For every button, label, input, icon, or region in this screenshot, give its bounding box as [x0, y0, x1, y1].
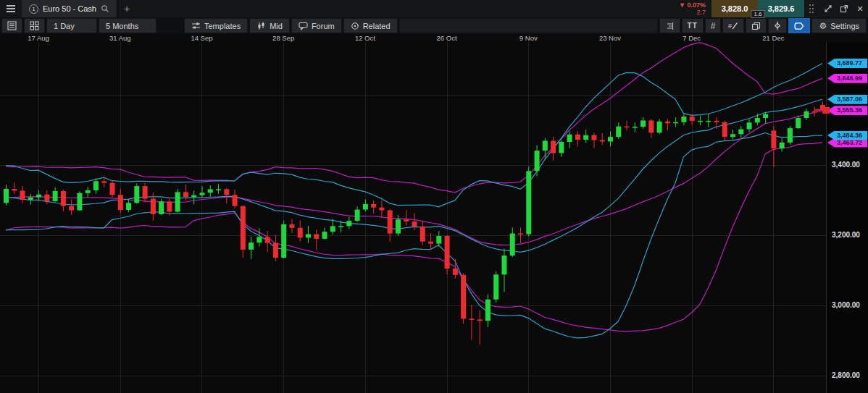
add-tab-button[interactable]: + — [117, 0, 136, 17]
drag-handle-icon[interactable] — [804, 0, 820, 17]
tab-title: Euro 50 - Cash — [43, 4, 96, 13]
grid-hash-icon: # — [711, 22, 716, 30]
range-button[interactable]: 5 Months — [99, 18, 157, 33]
x-axis-label: 12 Oct — [355, 34, 375, 42]
settings-button[interactable]: ⚙ Settings — [811, 18, 867, 33]
order-ticket-button[interactable] — [659, 18, 680, 33]
search-icon[interactable] — [101, 4, 109, 13]
indicator-price-tag-magenta: 3,646.99 — [827, 74, 867, 83]
related-button[interactable]: Related — [343, 18, 398, 33]
chart-area[interactable] — [0, 42, 826, 393]
candlestick-icon — [256, 22, 266, 30]
x-axis-label: 9 Nov — [519, 34, 538, 42]
related-refresh-icon — [351, 22, 359, 30]
layout-button[interactable] — [24, 18, 45, 33]
x-axis-label: 14 Sep — [191, 34, 212, 42]
top-bar: 1 Euro 50 - Cash + ▼ 0.07% 2.7 3,828.0 3… — [0, 0, 868, 17]
tab-number-badge: 1 — [29, 4, 38, 14]
text-annotation-button[interactable]: TT — [682, 18, 704, 33]
change-percent: ▼ 0.07% — [679, 1, 706, 9]
align-ruler-icon — [665, 22, 675, 30]
pattern-tool-button[interactable]: # — [722, 18, 744, 33]
indicator-price-tag-cyan: 3,587.06 — [827, 95, 867, 104]
list-icon — [7, 21, 17, 30]
x-axis[interactable]: 17 Aug31 Aug14 Sep28 Sep12 Oct26 Oct9 No… — [0, 34, 868, 42]
text-tool-icon: TT — [688, 22, 698, 30]
cursor-select-icon — [794, 22, 804, 30]
indicator-price-tag-cyan: 3,484.36 — [827, 131, 867, 140]
x-axis-label: 23 Nov — [599, 34, 621, 42]
spread-badge: 1.6 — [751, 10, 764, 18]
y-axis-label: 3,000.00 — [832, 301, 860, 309]
grid-layout-icon — [30, 21, 39, 30]
crosshair-button[interactable] — [768, 18, 787, 33]
y-axis-label: 2,800.00 — [832, 371, 860, 379]
trading-app-window: 1 Euro 50 - Cash + ▼ 0.07% 2.7 3,828.0 3… — [0, 0, 868, 393]
y-axis-label: 3,400.00 — [832, 161, 860, 169]
restore-window-icon[interactable] — [820, 0, 836, 17]
x-axis-label: 26 Oct — [437, 34, 457, 42]
sliders-icon — [191, 22, 201, 30]
speech-bubble-icon — [299, 22, 308, 30]
price-type-button[interactable]: Mid — [249, 18, 290, 33]
indicator-price-tag-cyan: 3,689.77 — [827, 59, 867, 68]
x-axis-label: 28 Sep — [272, 34, 294, 42]
hash-pen-icon: # — [728, 22, 738, 30]
change-points: 2.7 — [679, 9, 706, 16]
x-axis-label: 31 Aug — [109, 34, 131, 42]
toolbar-spacer — [399, 18, 658, 33]
x-axis-label: 17 Aug — [28, 34, 49, 42]
duplicate-chart-button[interactable] — [746, 18, 767, 33]
pin-crosshair-icon — [774, 21, 781, 30]
down-triangle-icon: ▼ — [679, 1, 687, 9]
indicator-price-tag-magenta: 3,555.36 — [827, 106, 867, 115]
pointer-mode-button[interactable] — [788, 18, 810, 33]
price-change-block: ▼ 0.07% 2.7 — [679, 1, 706, 16]
close-window-icon[interactable]: ✕ — [852, 0, 868, 17]
timeframe-button[interactable]: 1 Day — [46, 18, 97, 33]
layers-icon — [751, 22, 761, 30]
popout-window-icon[interactable] — [836, 0, 852, 17]
x-axis-label: 21 Dec — [762, 34, 784, 42]
gridlines-button[interactable]: # — [705, 18, 722, 33]
main-menu-icon[interactable] — [0, 0, 22, 17]
y-axis[interactable]: 3,400.003,200.003,000.002,800.003,689.77… — [826, 42, 868, 393]
svg-text:#: # — [728, 22, 732, 30]
forum-button[interactable]: Forum — [291, 18, 342, 33]
quote-panel: 3,828.0 3,829.6 1.6 — [711, 0, 804, 17]
price-chart-canvas[interactable] — [0, 42, 826, 393]
buy-price-button[interactable]: 3,829.6 — [758, 0, 804, 17]
current-price-marker — [823, 107, 830, 114]
y-axis-label: 3,200.00 — [832, 231, 860, 239]
templates-button[interactable]: Templates — [184, 18, 248, 33]
order-panel-button[interactable] — [1, 18, 22, 33]
gear-icon: ⚙ — [819, 22, 827, 30]
chart-toolbar: 1 Day 5 Months Templates Mid — [0, 17, 868, 34]
x-axis-label: 7 Dec — [683, 34, 701, 42]
instrument-tab[interactable]: 1 Euro 50 - Cash — [22, 0, 117, 17]
